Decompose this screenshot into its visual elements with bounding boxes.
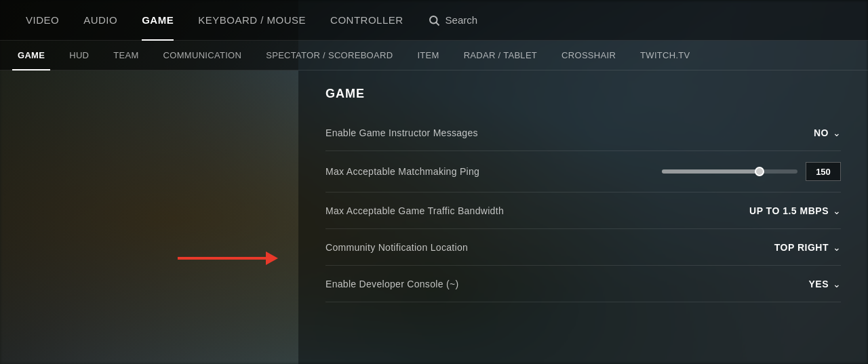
search-label: Search [446, 14, 478, 26]
sub-nav-item[interactable]: Item [406, 41, 450, 70]
sub-nav-communication[interactable]: Communication [153, 41, 253, 70]
svg-line-1 [436, 22, 439, 25]
setting-row-enable-game-instructor: Enable Game Instructor Messages NO ⌄ [326, 115, 841, 151]
content-left [0, 70, 298, 364]
section-title: Game [326, 87, 841, 101]
setting-control-max-ping: 150 [662, 162, 841, 181]
chevron-down-icon-developer-console: ⌄ [833, 279, 841, 289]
setting-control-developer-console[interactable]: YES ⌄ [808, 279, 841, 289]
sub-nav-spectator-scoreboard[interactable]: Spectator / Scoreboard [255, 41, 403, 70]
setting-value-developer-console: YES [808, 279, 829, 289]
slider-thumb-ping[interactable] [755, 167, 764, 176]
sub-nav-crosshair[interactable]: Crosshair [551, 41, 627, 70]
setting-label-developer-console: Enable Developer Console (~) [326, 279, 458, 289]
nav-item-game[interactable]: Game [130, 0, 186, 41]
search-icon [428, 14, 440, 26]
content-area: Game Enable Game Instructor Messages NO … [0, 70, 868, 364]
setting-label-bandwidth: Max Acceptable Game Traffic Bandwidth [326, 205, 504, 216]
arrow-indicator [178, 251, 278, 265]
svg-point-0 [430, 16, 437, 24]
arrow-head [266, 251, 278, 265]
chevron-down-icon-notification: ⌄ [833, 242, 841, 253]
chevron-down-icon-bandwidth: ⌄ [833, 205, 841, 216]
nav-item-audio[interactable]: Audio [71, 0, 130, 41]
setting-row-notification-location: Community Notification Location TOP RIGH… [326, 229, 841, 266]
setting-row-developer-console: Enable Developer Console (~) YES ⌄ [326, 266, 841, 302]
nav-item-controller[interactable]: Controller [318, 0, 416, 41]
sub-nav-radar-tablet[interactable]: Radar / Tablet [453, 41, 548, 70]
search-button[interactable]: Search [416, 0, 490, 41]
setting-row-bandwidth: Max Acceptable Game Traffic Bandwidth UP… [326, 193, 841, 229]
setting-control-enable-game-instructor[interactable]: NO ⌄ [814, 127, 841, 138]
setting-label-max-ping: Max Acceptable Matchmaking Ping [326, 166, 479, 177]
sub-nav-game[interactable]: Game [7, 41, 56, 70]
setting-control-bandwidth[interactable]: UP TO 1.5 MBPS ⌄ [749, 205, 841, 216]
sub-nav-twitchtv[interactable]: Twitch.tv [629, 41, 701, 70]
setting-row-max-ping: Max Acceptable Matchmaking Ping 150 [326, 151, 841, 193]
setting-value-notification-location: TOP RIGHT [774, 242, 829, 253]
setting-label-notification-location: Community Notification Location [326, 242, 468, 253]
setting-value-bandwidth: UP TO 1.5 MBPS [749, 205, 829, 216]
settings-panel: Game Enable Game Instructor Messages NO … [298, 70, 868, 364]
setting-value-enable-game-instructor: NO [814, 127, 829, 138]
arrow-shaft [178, 257, 266, 260]
sub-nav-hud[interactable]: Hud [58, 41, 100, 70]
setting-control-notification-location[interactable]: TOP RIGHT ⌄ [774, 242, 841, 253]
slider-value-ping[interactable]: 150 [806, 162, 841, 181]
sub-nav: Game Hud Team Communication Spectator / … [0, 41, 868, 70]
slider-track-ping[interactable] [662, 169, 797, 174]
nav-item-video[interactable]: Video [14, 0, 71, 41]
main-nav: Video Audio Game Keyboard / Mouse Contro… [0, 0, 868, 41]
chevron-down-icon: ⌄ [833, 127, 841, 138]
slider-fill-ping [662, 169, 760, 174]
nav-item-keyboard-mouse[interactable]: Keyboard / Mouse [186, 0, 318, 41]
sub-nav-team[interactable]: Team [102, 41, 149, 70]
setting-label-enable-game-instructor: Enable Game Instructor Messages [326, 127, 478, 138]
